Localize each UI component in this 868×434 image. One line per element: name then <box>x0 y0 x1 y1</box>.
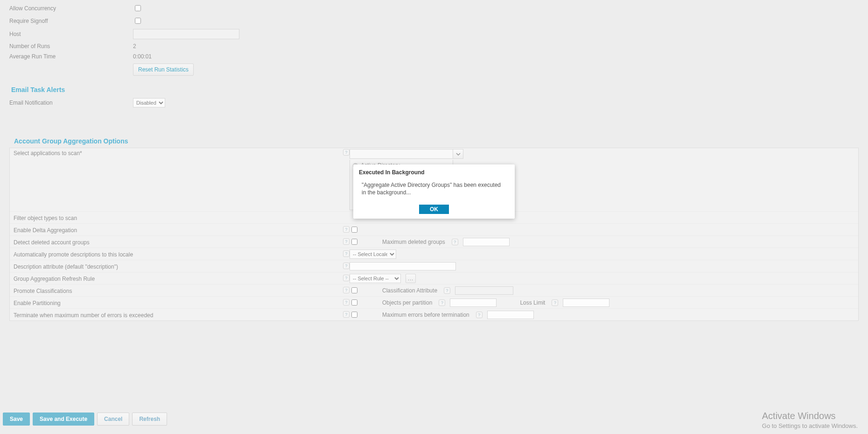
row-email-notification: Email Notification Disabled <box>9 96 859 109</box>
help-icon[interactable]: ? <box>343 226 350 233</box>
footer-buttons: Save Save and Execute Cancel Refresh <box>3 413 167 426</box>
row-promote-classifications: Promote Classifications ? Classification… <box>10 284 858 296</box>
label-auto-promote: Automatically promote descriptions to th… <box>14 250 341 258</box>
input-loss-limit[interactable] <box>563 299 609 307</box>
refresh-button[interactable]: Refresh <box>132 413 167 426</box>
watermark-title: Activate Windows <box>762 411 858 421</box>
input-host[interactable] <box>133 29 239 39</box>
label-detect-deleted: Detect deleted account groups <box>14 238 341 246</box>
input-classification-attribute[interactable] <box>455 286 513 295</box>
label-allow-concurrency: Allow Concurrency <box>9 5 133 12</box>
watermark-subtitle: Go to Settings to activate Windows. <box>762 422 858 429</box>
label-objects-per-partition: Objects per partition <box>382 299 432 306</box>
row-host: Host <box>9 27 859 41</box>
input-objects-per-partition[interactable] <box>450 299 497 307</box>
refresh-rule-picker-button[interactable]: ... <box>406 274 416 283</box>
checkbox-allow-concurrency[interactable] <box>135 5 141 11</box>
row-terminate: Terminate when maximum number of errors … <box>10 308 858 320</box>
label-enable-delta: Enable Delta Aggregation <box>14 226 341 234</box>
select-locale[interactable]: -- Select Locale -- <box>350 249 396 259</box>
row-refresh-rule: Group Aggregation Refresh Rule ? -- Sele… <box>10 272 858 284</box>
input-max-errors[interactable] <box>487 311 534 319</box>
applications-combo-input[interactable] <box>350 149 453 158</box>
label-terminate: Terminate when maximum number of errors … <box>14 311 341 319</box>
help-icon[interactable]: ? <box>452 239 458 245</box>
dialog-title: Executed In Background <box>358 169 510 181</box>
checkbox-detect-deleted[interactable] <box>351 239 357 245</box>
row-auto-promote: Automatically promote descriptions to th… <box>10 248 858 260</box>
label-filter-object-types: Filter object types to scan <box>14 214 350 221</box>
label-classification-attribute: Classification Attribute <box>382 287 437 294</box>
label-select-applications: Select applications to scan* <box>14 149 341 157</box>
label-promote-classifications: Promote Classifications <box>14 287 341 294</box>
help-icon[interactable]: ? <box>343 238 350 245</box>
help-icon[interactable]: ? <box>343 275 350 281</box>
heading-email-task-alerts: Email Task Alerts <box>11 86 859 93</box>
label-max-errors: Maximum errors before termination <box>382 312 469 318</box>
label-desc-attribute: Description attribute (default "descript… <box>14 263 341 270</box>
row-detect-deleted: Detect deleted account groups ? Maximum … <box>10 235 858 248</box>
help-icon[interactable]: ? <box>343 287 350 293</box>
checkbox-promote-classifications[interactable] <box>351 287 357 293</box>
select-email-notification[interactable]: Disabled <box>133 98 165 107</box>
checkbox-require-signoff[interactable] <box>135 18 141 24</box>
windows-activation-watermark: Activate Windows Go to Settings to activ… <box>762 411 858 429</box>
row-allow-concurrency: Allow Concurrency <box>9 2 859 14</box>
label-max-deleted-groups: Maximum deleted groups <box>382 239 445 245</box>
row-require-signoff: Require Signoff <box>9 14 859 27</box>
help-icon[interactable]: ? <box>476 312 483 318</box>
select-refresh-rule[interactable]: -- Select Rule -- <box>350 274 401 283</box>
value-average-run-time: 0:00:01 <box>133 53 152 60</box>
chevron-down-icon <box>456 152 461 157</box>
top-form-area: Allow Concurrency Require Signoff Host N… <box>0 0 868 321</box>
label-enable-partitioning: Enable Partitioning <box>14 299 341 306</box>
reset-run-statistics-button[interactable]: Reset Run Statistics <box>133 64 194 76</box>
help-icon[interactable]: ? <box>343 149 350 156</box>
checkbox-enable-partitioning[interactable] <box>351 299 357 306</box>
save-and-execute-button[interactable]: Save and Execute <box>33 413 94 426</box>
checkbox-enable-delta[interactable] <box>351 227 357 233</box>
input-max-deleted-groups[interactable] <box>463 238 510 246</box>
label-average-run-time: Average Run Time <box>9 53 133 60</box>
help-icon[interactable]: ? <box>343 250 350 257</box>
row-desc-attribute: Description attribute (default "descript… <box>10 260 858 272</box>
label-number-of-runs: Number of Runs <box>9 43 133 50</box>
label-email-notification: Email Notification <box>9 100 133 106</box>
row-enable-delta: Enable Delta Aggregation ? <box>10 223 858 235</box>
applications-combo[interactable] <box>350 149 453 159</box>
heading-aggregation-options: Account Group Aggregation Options <box>14 137 859 145</box>
label-host: Host <box>9 31 133 37</box>
checkbox-terminate[interactable] <box>351 312 357 318</box>
help-icon[interactable]: ? <box>439 299 445 306</box>
row-average-run-time: Average Run Time 0:00:01 <box>9 51 859 62</box>
row-enable-partitioning: Enable Partitioning ? Objects per partit… <box>10 296 858 308</box>
executed-in-background-dialog: Executed In Background "Aggregate Active… <box>353 164 515 219</box>
row-reset-run-stats: Reset Run Statistics <box>9 62 859 78</box>
cancel-button[interactable]: Cancel <box>97 413 129 426</box>
value-number-of-runs: 2 <box>133 43 136 50</box>
help-icon[interactable]: ? <box>444 287 450 294</box>
label-refresh-rule: Group Aggregation Refresh Rule <box>14 275 341 282</box>
help-icon[interactable]: ? <box>343 263 350 269</box>
dialog-body: "Aggregate Active Directory Groups" has … <box>358 181 510 205</box>
help-icon[interactable]: ? <box>343 311 350 318</box>
save-button[interactable]: Save <box>3 413 30 426</box>
label-loss-limit: Loss Limit <box>520 299 545 306</box>
label-require-signoff: Require Signoff <box>9 18 133 24</box>
input-desc-attribute[interactable] <box>350 262 456 270</box>
applications-combo-dropdown-button[interactable] <box>453 149 463 159</box>
help-icon[interactable]: ? <box>552 299 558 306</box>
dialog-ok-button[interactable]: OK <box>419 205 449 214</box>
row-number-of-runs: Number of Runs 2 <box>9 41 859 51</box>
help-icon[interactable]: ? <box>343 299 350 306</box>
